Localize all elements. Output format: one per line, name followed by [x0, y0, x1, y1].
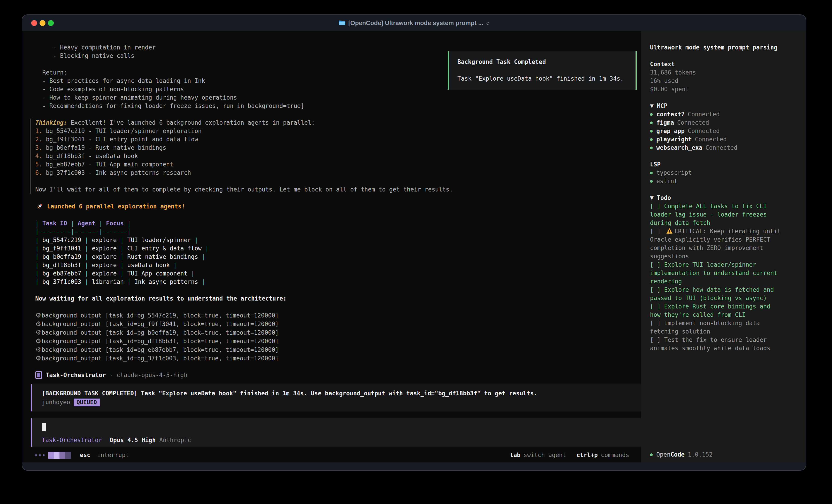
gear-icon: ⚙ [35, 311, 41, 319]
tool-call-line: ⚙background_output [task_id=bg_37f1c003,… [35, 354, 641, 363]
context-line: 31,686 tokens [650, 68, 797, 77]
table-row: | bg_df18bb3f | explore | useData hook | [35, 261, 641, 270]
status-dot-icon [650, 180, 653, 183]
gear-icon: ⚙ [35, 354, 41, 362]
titlebar[interactable]: [OpenCode] Ultrawork mode system prompt … [22, 15, 806, 31]
tool-call-line: ⚙background_output [task_id=bg_df18bb3f,… [35, 337, 641, 345]
table-row: | bg_37f1c003 | librarian | Ink async pa… [35, 278, 641, 286]
queued-user: junhoyeo [42, 398, 70, 407]
mcp-header[interactable]: ▼ MCP [650, 102, 797, 110]
context-line: $0.00 spent [650, 85, 797, 93]
input-agent-label[interactable]: Task-Orchestrator [42, 437, 102, 444]
gear-icon: ⚙ [35, 337, 41, 345]
input-provider-label: Anthropic [159, 437, 191, 444]
conversation-pane[interactable]: - Heavy computation in render - Blocking… [22, 31, 641, 463]
terminal-content: - Heavy computation in render - Blocking… [22, 31, 806, 463]
window-title-text: [OpenCode] Ultrawork mode system prompt … [348, 20, 484, 27]
completed-message: [BACKGROUND TASK COMPLETED] Task "Explor… [42, 389, 641, 398]
maximize-button[interactable] [48, 20, 54, 26]
prompt-input[interactable]: Task-Orchestrator Opus 4.5 High Anthropi… [31, 418, 641, 447]
mcp-item: figmaConnected [650, 118, 797, 127]
todo-item: [ ] Complete ALL tasks to fix CLI loader… [650, 202, 784, 227]
background-task-completed-panel: [BACKGROUND TASK COMPLETED] Task "Explor… [31, 384, 641, 412]
busy-spinner-icon [35, 452, 71, 458]
todo-header[interactable]: ▼ Todo [650, 194, 797, 202]
table-row: | bg_5547c219 | explore | TUI loader/spi… [35, 236, 641, 244]
input-model-label[interactable]: Opus 4.5 High [110, 437, 156, 444]
brand-code: Code [671, 450, 685, 459]
close-button[interactable] [31, 20, 37, 26]
agents-table: | Task ID | Agent | Focus ||---------|--… [35, 219, 641, 286]
desktop: [OpenCode] Ultrawork mode system prompt … [0, 0, 832, 504]
status-dot-icon [650, 130, 653, 133]
agent-avatar-icon [35, 371, 42, 379]
lsp-item: typescript [650, 169, 797, 177]
minimize-button[interactable] [40, 20, 46, 26]
status-bar: esc interrupt tab switch agent ctrl+p co… [35, 450, 629, 460]
terminal-window: [OpenCode] Ultrawork mode system prompt … [22, 15, 806, 471]
agent-name: Task-Orchestrator [46, 372, 106, 379]
mcp-section: ▼ MCP context7ConnectedfigmaConnectedgre… [650, 102, 797, 152]
window-title: [OpenCode] Ultrawork mode system prompt … [338, 20, 490, 27]
lsp-header: LSP [650, 160, 797, 169]
tool-call-line: ⚙background_output [task_id=bg_f9ff3041,… [35, 320, 641, 328]
chevron-down-icon: ▼ [650, 102, 654, 110]
waiting-line: Now waiting for all exploration results … [35, 295, 641, 303]
tool-output-line: - How to keep spinner animating during h… [35, 93, 641, 102]
tab-key-hint: tab [510, 452, 520, 458]
tool-call-line: ⚙background_output [task_id=bg_eb87ebb7,… [35, 345, 641, 354]
warning-icon [666, 228, 673, 234]
gear-icon: ⚙ [35, 346, 41, 354]
todo-item: [ ] Explore how data is fetched and pass… [650, 286, 784, 302]
brand-version: 1.0.152 [688, 450, 712, 459]
thinking-item: 1. bg_5547c219 - TUI loader/spinner expl… [35, 127, 641, 135]
thinking-block: Thinking: Excellent! I've launched 6 bac… [30, 118, 641, 194]
toast-title: Background Task Completed [458, 58, 627, 66]
tool-call-line: ⚙background_output [task_id=bg_b0effa19,… [35, 328, 641, 337]
thinking-item: 4. bg_df18bb3f - useData hook [35, 152, 641, 160]
esc-key-label: interrupt [97, 452, 129, 458]
agent-header: Task-Orchestrator · claude-opus-4-5-high [35, 370, 641, 380]
tool-output-line: - Heavy computation in render [35, 44, 641, 52]
thinking-item: 2. bg_f9ff3041 - CLI entry point and dat… [35, 135, 641, 144]
thinking-outro-line: Now I'll wait for all of them to complet… [35, 186, 641, 194]
toast-body: Task "Explore useData hook" finished in … [458, 75, 627, 83]
table-separator-row: |---------|-------|-------| [35, 228, 641, 236]
tool-output-line: - Recommendations for fixing loader free… [35, 102, 641, 110]
brand-open: Open [656, 450, 671, 459]
sidebar: Ultrawork mode system prompt parsing Con… [641, 31, 806, 463]
thinking-item: 5. bg_eb87ebb7 - TUI App main component [35, 160, 641, 169]
table-row: | bg_b0effa19 | explore | Rust native bi… [35, 253, 641, 261]
status-dot-icon [650, 172, 653, 174]
todo-item: [ ] Explore Rust core bindings and how t… [650, 302, 784, 319]
mcp-item: websearch_exaConnected [650, 144, 797, 152]
agent-model: claude-opus-4-5-high [116, 372, 187, 379]
status-dot-icon [650, 121, 653, 124]
session-title: Ultrawork mode system prompt parsing [650, 44, 786, 52]
lsp-section: LSP typescripteslint [650, 160, 797, 186]
mcp-item: grep_appConnected [650, 127, 797, 135]
status-dot-icon [650, 453, 653, 456]
thinking-intro-line: Thinking: Excellent! I've launched 6 bac… [35, 118, 641, 127]
notification-toast[interactable]: Background Task Completed Task "Explore … [448, 51, 636, 90]
text-cursor [42, 423, 46, 431]
todo-item: [ ] Explore TUI loader/spinner implement… [650, 260, 784, 286]
blank-line [35, 177, 641, 186]
announcement-line: Launched 6 parallel exploration agents! [35, 202, 641, 211]
mcp-item: context7Connected [650, 110, 797, 118]
mcp-items: context7ConnectedfigmaConnectedgrep_appC… [650, 110, 797, 152]
input-meta-row: Task-Orchestrator Opus 4.5 High Anthropi… [42, 437, 641, 444]
app-brand: OpenCode 1.0.152 [650, 450, 712, 459]
status-dot-icon [650, 146, 653, 149]
gear-icon: ⚙ [35, 329, 41, 336]
title-status-circle-icon: ○ [486, 20, 490, 27]
mcp-item: playwrightConnected [650, 135, 797, 144]
todo-item: [ ] Test the fix to ensure loader animat… [650, 336, 784, 353]
todo-item: [ ] CRITICAL: Keep iterating until Oracl… [650, 227, 784, 260]
todo-item: [ ] Implement non-blocking data fetching… [650, 319, 784, 336]
esc-key-hint: esc [80, 452, 90, 458]
agent-model-separator: · [109, 372, 113, 379]
chevron-down-icon: ▼ [650, 194, 654, 202]
status-dot-icon [650, 113, 653, 116]
context-section: Context 31,686 tokens16% used$0.00 spent [650, 60, 797, 93]
